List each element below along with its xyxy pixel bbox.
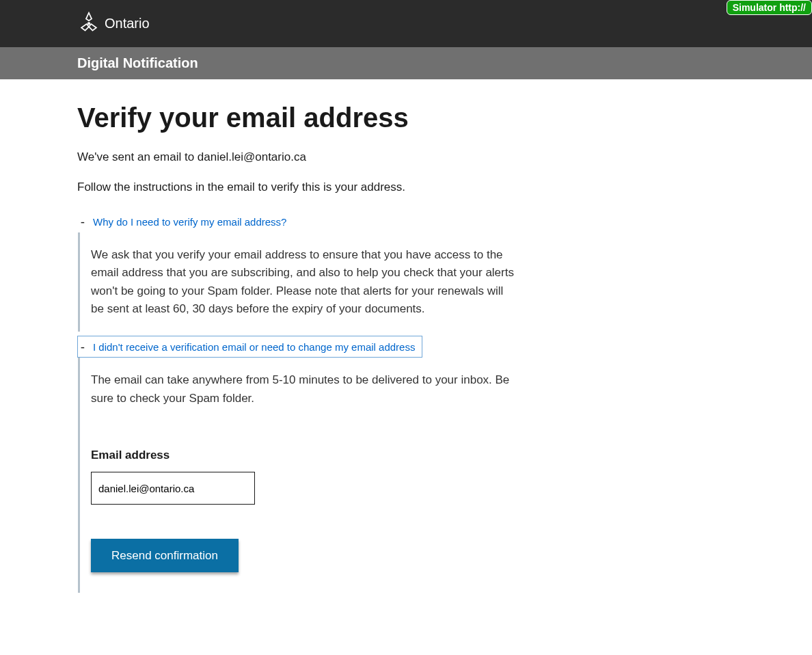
accordion-label: I didn't receive a verification email or… <box>93 341 415 353</box>
page-title: Verify your email address <box>77 101 604 134</box>
brand-logo[interactable]: Ontario <box>77 11 150 37</box>
trillium-icon <box>77 11 100 37</box>
accordion-item-no-email: - I didn't receive a verification email … <box>77 336 604 593</box>
main-content: Verify your email address We've sent an … <box>0 79 681 638</box>
email-field[interactable] <box>91 472 255 505</box>
accordion-body-text: The email can take anywhere from 5-10 mi… <box>91 371 515 407</box>
accordion-body-why-verify: We ask that you verify your email addres… <box>78 232 515 332</box>
minus-icon: - <box>78 340 87 353</box>
accordion-toggle-why-verify[interactable]: - Why do I need to verify my email addre… <box>77 211 294 232</box>
sub-bar: Digital Notification <box>0 47 812 79</box>
svg-point-0 <box>88 23 90 25</box>
accordion-body-no-email: The email can take anywhere from 5-10 mi… <box>78 358 515 593</box>
intro-line-2: Follow the instructions in the email to … <box>77 181 604 194</box>
brand-text: Ontario <box>105 16 150 31</box>
resend-confirmation-button[interactable]: Resend confirmation <box>91 539 239 572</box>
minus-icon: - <box>78 215 87 228</box>
top-bar: Ontario Simulator http:// <box>0 0 812 47</box>
accordion-item-why-verify: - Why do I need to verify my email addre… <box>77 211 604 332</box>
intro-block: We've sent an email to daniel.lei@ontari… <box>77 150 604 194</box>
accordion: - Why do I need to verify my email addre… <box>77 211 604 593</box>
accordion-body-text: We ask that you verify your email addres… <box>91 246 515 318</box>
simulator-badge: Simulator http:// <box>727 0 812 15</box>
accordion-toggle-no-email[interactable]: - I didn't receive a verification email … <box>77 336 422 358</box>
intro-line-1: We've sent an email to daniel.lei@ontari… <box>77 150 604 164</box>
email-field-label: Email address <box>91 449 515 462</box>
accordion-label: Why do I need to verify my email address… <box>93 216 286 228</box>
app-name: Digital Notification <box>77 55 198 71</box>
